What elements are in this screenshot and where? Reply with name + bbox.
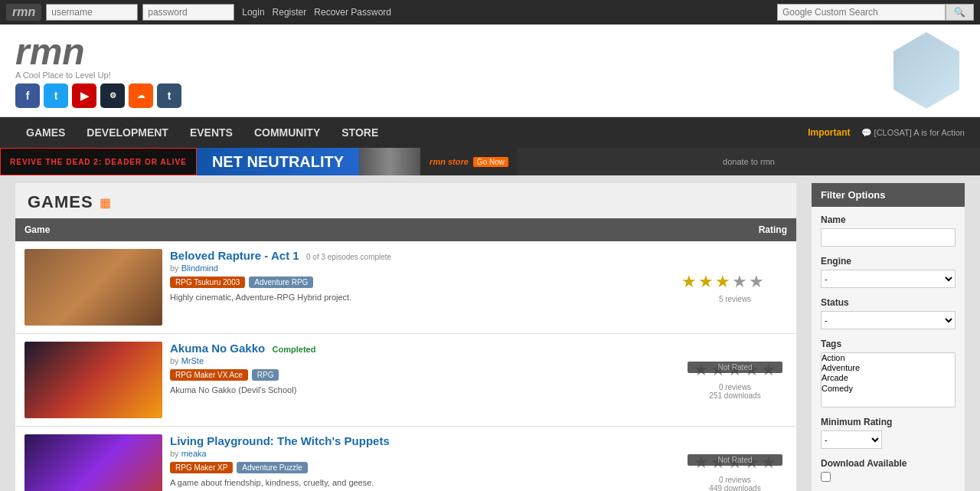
games-header: GAMES ▦ xyxy=(15,183,796,218)
banner-donate[interactable]: donate to rmn xyxy=(518,148,980,175)
completed-badge: Completed xyxy=(273,345,316,354)
top-bar: rmn Login Register Recover Password 🔍 xyxy=(0,0,980,25)
rating-cell: ★★★ ★★ 5 reviews xyxy=(674,241,796,334)
game-info: Living Playground: The Witch's Puppets b… xyxy=(170,434,665,487)
filter-engine-select[interactable]: - xyxy=(821,270,956,288)
nav-games[interactable]: GAMES xyxy=(15,117,76,148)
review-count: 5 reviews xyxy=(681,295,789,303)
table-row: Beloved Rapture - Act 1 0 of 3 episodes … xyxy=(15,241,796,334)
nav-events[interactable]: EVENTS xyxy=(179,117,243,148)
nav-store[interactable]: STORE xyxy=(331,117,389,148)
filter-tags-label: Tags xyxy=(821,339,956,349)
soundcloud-icon[interactable]: ☁ xyxy=(129,83,153,108)
banner-net-neutrality[interactable]: NET NEUTRALITY xyxy=(197,148,359,175)
tag-engine: RPG Tsukuru 2003 xyxy=(170,277,245,288)
game-author: by Blindmind xyxy=(170,264,665,273)
main-nav: GAMES DEVELOPMENT EVENTS COMMUNITY STORE… xyxy=(0,117,980,148)
download-count: 449 downloads xyxy=(681,484,789,491)
stars-display: ★★★★★ Not Rated xyxy=(681,453,789,473)
col-rating: Rating xyxy=(674,218,796,241)
important-label: Important xyxy=(808,127,850,138)
game-title[interactable]: Beloved Rapture - Act 1 xyxy=(170,249,299,262)
register-link[interactable]: Register xyxy=(273,7,307,18)
banner-revive[interactable]: REVIVE THE DEAD 2: DEADER OR ALIVE xyxy=(0,148,197,175)
game-thumbnail xyxy=(24,342,162,418)
game-desc: A game about friendship, kindness, cruel… xyxy=(170,478,665,487)
search-button[interactable]: 🔍 xyxy=(946,4,974,21)
nav-community[interactable]: COMMUNITY xyxy=(243,117,331,148)
content-area: GAMES ▦ Game Rating Beloved Rapture - Ac… xyxy=(0,175,980,491)
episodes-badge: 0 of 3 episodes complete xyxy=(306,253,391,261)
filter-status-select[interactable]: - xyxy=(821,311,956,329)
social-icons: f t ▶ ⚙ ☁ t xyxy=(15,83,181,108)
rss-icon[interactable]: ▦ xyxy=(100,195,111,210)
header: rmn A Cool Place to Level Up! f t ▶ ⚙ ☁ … xyxy=(0,25,980,117)
news-text: 💬 [CLOSAT] A is for Action xyxy=(861,128,965,138)
nav-development[interactable]: DEVELOPMENT xyxy=(76,117,179,148)
filter-download-label: Download Available xyxy=(821,458,956,469)
banner-separator xyxy=(359,148,420,175)
tag-engine: RPG Maker VX Ace xyxy=(170,369,248,381)
go-now-badge: Go Now xyxy=(473,157,508,167)
col-game: Game xyxy=(15,218,674,241)
tag-engine: RPG Maker XP xyxy=(170,462,233,473)
filter-tags-listbox[interactable]: Action Adventure Arcade Comedy xyxy=(821,352,956,408)
tag-genre: RPG xyxy=(252,369,279,381)
login-link[interactable]: Login xyxy=(242,7,264,18)
youtube-icon[interactable]: ▶ xyxy=(72,83,96,108)
tumblr-icon[interactable]: t xyxy=(157,83,181,108)
facebook-icon[interactable]: f xyxy=(15,83,40,108)
game-title[interactable]: Akuma No Gakko xyxy=(170,342,265,355)
banner: REVIVE THE DEAD 2: DEADER OR ALIVE NET N… xyxy=(0,148,980,175)
header-right xyxy=(888,32,965,109)
filter-engine-label: Engine xyxy=(821,256,956,267)
game-author: by MrSte xyxy=(170,356,665,365)
author-link[interactable]: meaka xyxy=(181,449,207,458)
filter-minrating-label: Minimum Rating xyxy=(821,417,956,427)
game-info: Beloved Rapture - Act 1 0 of 3 episodes … xyxy=(170,249,665,302)
filter-name-label: Name xyxy=(821,214,956,225)
author-link[interactable]: Blindmind xyxy=(181,264,218,273)
filter-engine-group: Engine - xyxy=(821,256,956,288)
rating-cell: ★★★★★ Not Rated 0 reviews 251 downloads xyxy=(674,334,796,427)
table-row: Living Playground: The Witch's Puppets b… xyxy=(15,427,796,492)
game-cell: Akuma No Gakko Completed by MrSte RPG Ma… xyxy=(15,334,674,427)
game-cell: Beloved Rapture - Act 1 0 of 3 episodes … xyxy=(15,241,674,334)
game-title[interactable]: Living Playground: The Witch's Puppets xyxy=(170,434,390,447)
filter-minrating-select[interactable]: - xyxy=(821,430,882,449)
not-rated: ★★★★★ Not Rated xyxy=(694,453,776,473)
auth-links: Login Register Recover Password xyxy=(242,7,391,18)
password-input[interactable] xyxy=(142,4,234,21)
site-logo: rmn xyxy=(15,34,181,70)
banner-store[interactable]: rmn store Go Now xyxy=(420,148,518,175)
games-table: Game Rating Beloved Rapture - Act 1 0 of… xyxy=(15,218,796,491)
steam-icon[interactable]: ⚙ xyxy=(100,83,125,108)
filter-tags-group: Tags Action Adventure Arcade Comedy xyxy=(821,339,956,408)
game-tags: RPG Maker VX AceRPG xyxy=(170,369,665,381)
recover-password-link[interactable]: Recover Password xyxy=(314,7,391,18)
game-thumbnail xyxy=(24,434,162,491)
logo-area: rmn A Cool Place to Level Up! f t ▶ ⚙ ☁ … xyxy=(15,34,181,108)
rating-cell: ★★★★★ Not Rated 0 reviews 449 downloads xyxy=(674,427,796,492)
game-tags: RPG Tsukuru 2003Adventure RPG xyxy=(170,277,665,288)
filter-name-input[interactable] xyxy=(821,228,956,247)
game-author: by meaka xyxy=(170,449,665,458)
game-thumbnail xyxy=(24,249,162,326)
filter-status-label: Status xyxy=(821,297,956,308)
username-input[interactable] xyxy=(46,4,138,21)
twitter-icon[interactable]: t xyxy=(44,83,68,108)
filter-body: Name Engine - Status - Tags Action Ad xyxy=(812,207,965,491)
game-tags: RPG Maker XPAdventure Puzzle xyxy=(170,462,665,473)
filter-download-group: Download Available xyxy=(821,458,956,484)
sidebar: Filter Options Name Engine - Status - Ta… xyxy=(812,183,965,491)
author-link[interactable]: MrSte xyxy=(181,356,204,365)
review-count: 0 reviews xyxy=(681,476,789,484)
tag-genre: Adventure Puzzle xyxy=(237,462,307,473)
search-area: 🔍 xyxy=(777,4,974,21)
site-logo-mini: rmn xyxy=(6,4,41,21)
table-row: Akuma No Gakko Completed by MrSte RPG Ma… xyxy=(15,334,796,427)
game-desc: Akuma No Gakko (Devil's School) xyxy=(170,385,665,394)
filter-download-checkbox[interactable] xyxy=(821,472,831,482)
stars-display: ★★★★★ Not Rated xyxy=(681,360,789,380)
search-input[interactable] xyxy=(777,4,946,21)
